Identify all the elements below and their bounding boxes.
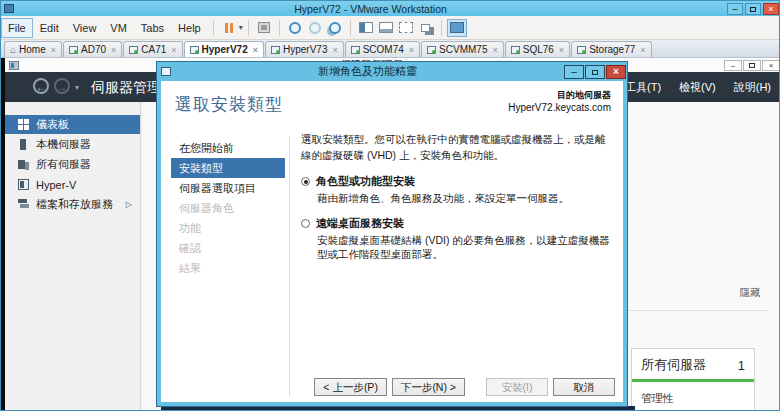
local-server-icon — [18, 139, 29, 150]
wizard-close-button[interactable]: × — [606, 65, 626, 79]
option-role-based-desc: 藉由新增角色、角色服務及功能，來設定單一伺服器。 — [317, 192, 611, 206]
power-dropdown-icon[interactable]: ▾ — [239, 23, 243, 32]
toolbar-separator — [279, 20, 280, 36]
sidebar-item-all-servers[interactable]: 所有伺服器 — [5, 155, 140, 174]
menu-tools[interactable]: 工具(T) — [625, 80, 661, 95]
menu-view-sm[interactable]: 檢視(V) — [679, 80, 716, 95]
steps-divider — [289, 136, 290, 396]
sidebar-item-local-server[interactable]: 本機伺服器 — [5, 135, 140, 154]
radio-role-based-selected[interactable] — [301, 177, 310, 186]
tab-storage77[interactable]: Storage77 × — [571, 41, 651, 57]
library-panel-icon[interactable] — [356, 19, 376, 37]
step-server-selection[interactable]: 伺服器選取項目 — [171, 178, 285, 198]
tab-home[interactable]: ⌂ Home × — [4, 41, 62, 57]
wizard-buttons: < 上一步(P) 下一步(N) > 安裝(I) 取消 — [314, 378, 615, 396]
fullscreen-icon[interactable] — [396, 19, 416, 37]
hide-link[interactable]: 隱藏 — [740, 286, 760, 300]
wizard-heading: 選取安裝類型 — [175, 93, 283, 116]
menu-help-sm[interactable]: 說明(H) — [734, 80, 771, 95]
send-ctrl-alt-del-icon[interactable] — [254, 19, 274, 37]
tab-hyperv72-active[interactable]: HyperV72 × — [184, 41, 264, 57]
sidebar-item-file-storage[interactable]: 檔案和存放服務 ▷ — [5, 195, 140, 214]
sidebar-item-hyperv[interactable]: Hyper-V — [5, 175, 140, 194]
menu-edit[interactable]: Edit — [33, 18, 66, 38]
tab-ca71[interactable]: CA71 × — [123, 41, 182, 57]
menu-help[interactable]: Help — [171, 18, 208, 38]
vmware-menubar: File Edit View VM Tabs Help ▾ — [1, 16, 780, 40]
toolbar-separator — [350, 20, 351, 36]
cancel-button[interactable]: 取消 — [553, 378, 615, 396]
panel-title: 所有伺服器 — [641, 356, 738, 374]
step-server-roles: 伺服器角色 — [171, 198, 285, 218]
vm-screen-icon — [511, 46, 520, 54]
tab-close-icon[interactable]: × — [640, 45, 645, 55]
tab-scom74[interactable]: SCOM74 × — [345, 41, 420, 57]
vmware-workstation-window: HyperV72 - VMware Workstation – × File E… — [0, 0, 780, 411]
step-installation-type[interactable]: 安裝類型 — [171, 158, 285, 178]
step-before-you-begin[interactable]: 在您開始前 — [171, 138, 285, 158]
back-button[interactable]: < 上一步(P) — [314, 378, 387, 396]
radio-remote-desktop[interactable] — [301, 219, 310, 228]
history-dropdown-icon[interactable]: ▾ — [75, 83, 79, 92]
all-servers-panel-header: 所有伺服器 1 — [632, 349, 754, 379]
sm-minimize-button[interactable]: – — [724, 60, 742, 71]
menu-tabs[interactable]: Tabs — [134, 18, 171, 38]
add-roles-features-wizard: 新增角色及功能精靈 – × 選取安裝類型 目的地伺服器 HyperV72.key… — [156, 61, 628, 407]
tab-scvmm75[interactable]: SCVMM75 × — [421, 41, 504, 57]
sidebar-item-dashboard[interactable]: 儀表板 — [5, 115, 140, 134]
nav-breadcrumb: 伺服器管理 — [91, 79, 161, 97]
vm-screen-icon — [351, 46, 360, 54]
restore-button[interactable] — [745, 3, 761, 15]
vmware-titlebar: HyperV72 - VMware Workstation – × — [1, 1, 780, 16]
wizard-body: 選取安裝類型 目的地伺服器 HyperV72.keycats.com 在您開始前… — [157, 81, 627, 406]
tab-hyperv73[interactable]: HyperV73 × — [265, 41, 344, 57]
tab-close-icon[interactable]: × — [111, 45, 116, 55]
menu-view[interactable]: View — [66, 18, 104, 38]
option-role-based[interactable]: 角色型或功能型安裝 藉由新增角色、角色服務及功能，來設定單一伺服器。 — [301, 174, 611, 206]
server-count-badge: 1 — [738, 358, 745, 373]
sm-close-button[interactable]: × — [762, 60, 780, 71]
tab-close-icon[interactable]: × — [253, 45, 258, 55]
option-remote-desktop[interactable]: 遠端桌面服務安裝 安裝虛擬桌面基礎結構 (VDI) 的必要角色服務，以建立虛擬機… — [301, 216, 611, 262]
next-button[interactable]: 下一步(N) > — [392, 378, 465, 396]
menu-vm[interactable]: VM — [103, 18, 134, 38]
minimize-button[interactable]: – — [727, 3, 743, 15]
tab-close-icon[interactable]: × — [171, 45, 176, 55]
wizard-maximize-button[interactable] — [585, 65, 605, 79]
tab-ad70[interactable]: AD70 × — [63, 41, 122, 57]
pause-vm-icon[interactable] — [219, 19, 239, 37]
restore-icon — [750, 7, 756, 12]
tab-close-icon[interactable]: × — [559, 45, 564, 55]
sm-restore-button[interactable] — [743, 60, 761, 71]
snapshot-manager-icon[interactable] — [325, 19, 345, 37]
menu-file[interactable]: File — [1, 18, 33, 38]
vm-screen-icon — [271, 46, 280, 54]
expand-arrow-icon[interactable]: ▷ — [126, 200, 132, 209]
vmware-logo-icon — [4, 4, 14, 13]
step-confirmation: 確認 — [171, 238, 285, 258]
wizard-titlebar: 新增角色及功能精靈 – × — [157, 62, 627, 81]
back-icon[interactable]: ← — [33, 78, 49, 94]
panel-divider — [628, 310, 768, 311]
panel-row-manageability[interactable]: 管理性 — [632, 391, 754, 406]
tab-close-icon[interactable]: × — [409, 45, 414, 55]
tab-close-icon[interactable]: × — [332, 45, 337, 55]
wizard-content: 選取安裝類型。您可以在執行中的實體電腦或虛擬機器上，或是離線的虛擬硬碟 (VHD… — [301, 132, 611, 262]
maximize-icon — [592, 70, 598, 75]
vm-tabbar: ⌂ Home × AD70 × CA71 × HyperV72 × HyperV… — [1, 40, 780, 58]
unity-mode-icon[interactable] — [416, 19, 436, 37]
close-button[interactable]: × — [763, 3, 779, 15]
tab-sql76[interactable]: SQL76 × — [505, 41, 570, 57]
destination-server-name: HyperV72.keycats.com — [508, 102, 611, 113]
thumbnail-bar-icon[interactable] — [376, 19, 396, 37]
all-servers-panel[interactable]: 所有伺服器 1 管理性 事件 — [631, 348, 755, 411]
take-snapshot-icon[interactable] — [285, 19, 305, 37]
wizard-minimize-button[interactable]: – — [564, 65, 584, 79]
tab-close-icon[interactable]: × — [492, 45, 497, 55]
tab-close-icon[interactable]: × — [51, 45, 56, 55]
all-servers-icon — [18, 159, 29, 170]
forward-icon[interactable]: → — [54, 78, 70, 94]
console-view-icon[interactable] — [447, 19, 467, 37]
revert-snapshot-icon[interactable] — [305, 19, 325, 37]
vm-screen-icon — [427, 46, 436, 54]
